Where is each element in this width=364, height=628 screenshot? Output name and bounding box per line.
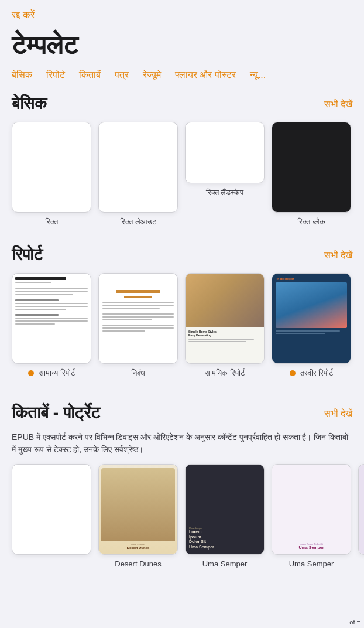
template-samayik-report[interactable]: Simple Home StylesEasy Decorating सामयिक… (185, 273, 265, 378)
hd-line-1 (188, 339, 254, 340)
cancel-button[interactable]: रद्द करें (12, 9, 35, 21)
template-samayik-thumb: Simple Home StylesEasy Decorating (185, 273, 265, 364)
r-line-5 (15, 294, 73, 295)
corner-text: of = (346, 616, 364, 628)
template-photo-report[interactable]: Photo Report तस्वीर रिपोर्ट (272, 273, 351, 378)
template-blank-black[interactable]: रिक्त ब्लैक (272, 122, 351, 227)
basic-section-title: बेसिक (12, 94, 47, 114)
template-uma-dark[interactable]: Uma Semper LoremIpsumDolor SitUma Semper… (185, 464, 265, 568)
report-see-all[interactable]: सभी देखें (324, 250, 352, 261)
basic-section-header: बेसिक सभी देखें (12, 94, 352, 114)
template-simple-report-label: सामान्य रिपोर्ट (39, 368, 75, 378)
template-partial[interactable]: Me of a... (358, 464, 364, 568)
template-desert-dunes[interactable]: Uma Semper Desert Dunes Desert Dunes (98, 464, 178, 568)
template-uma-dark-thumb: Uma Semper LoremIpsumDolor SitUma Semper (185, 464, 265, 555)
template-blank[interactable]: रिक्त (12, 122, 91, 227)
e-line-8 (102, 327, 174, 329)
template-photo-report-label: तस्वीर रिपोर्ट (300, 368, 334, 378)
template-essay-label: निबंध (131, 368, 145, 378)
report-section-header: रिपोर्ट सभी देखें (12, 245, 352, 265)
home-deco-image (186, 274, 264, 327)
r-line-8 (15, 306, 88, 307)
r-line-3 (15, 288, 88, 289)
basic-templates-row: रिक्त रिक्त लेआउट रिक्त लैंडस्केप रिक्त … (12, 122, 352, 227)
uma-pink-title: Uma Semper (299, 545, 324, 550)
template-uma-pink-label: Uma Semper (289, 559, 334, 568)
r-line-6 (15, 299, 59, 301)
nav-item-flyer[interactable]: फ्लायर और पोस्टर (175, 70, 236, 80)
template-blank-layout-thumb (98, 122, 178, 213)
template-simple-report[interactable]: सामान्य रिपोर्ट (12, 273, 91, 378)
dot-indicator-photo (290, 370, 296, 376)
template-essay-thumb (98, 273, 178, 364)
essay-title-bar (116, 290, 159, 293)
books-section-header: किताबें - पोर्ट्रेट सभी देखें (12, 404, 352, 423)
r-line-11 (15, 318, 88, 319)
essay-subtitle-bar (124, 296, 153, 298)
template-desert-dunes-thumb: Uma Semper Desert Dunes (98, 464, 178, 555)
photo-report-content: Photo Report (272, 274, 351, 363)
books-see-all[interactable]: सभी देखें (324, 408, 352, 419)
e-line-5 (102, 316, 174, 318)
report-thumb-content (12, 274, 91, 363)
template-uma-pink-thumb: Lorem Ipsum Dolor Sit Uma Semper (272, 464, 351, 555)
r-line-12 (15, 320, 88, 322)
e-line-6 (102, 319, 152, 320)
template-desert-dunes-label: Desert Dunes (115, 559, 161, 568)
dot-indicator-simple (28, 370, 34, 376)
nav-item-basic[interactable]: बेसिक (12, 70, 32, 80)
r-line-9 (15, 309, 66, 310)
report-section-title: रिपोर्ट (12, 245, 43, 265)
template-blank-layout-label: रिक्त लेआउट (120, 217, 156, 227)
basic-see-all[interactable]: सभी देखें (324, 99, 352, 110)
template-uma-pink[interactable]: Lorem Ipsum Dolor Sit Uma Semper Uma Sem… (272, 464, 351, 568)
nav-item-resume[interactable]: रेज्यूमे (143, 70, 161, 80)
dd-title: Desert Dunes (127, 546, 150, 550)
template-partial-thumb (358, 464, 364, 555)
r-line-2 (15, 282, 51, 283)
e-line-1 (102, 302, 174, 303)
template-blank-black-label: रिक्त ब्लैक (297, 217, 325, 227)
nav-item-books[interactable]: किताबें (79, 70, 101, 80)
photo-report-title-text: Photo Report (276, 277, 347, 281)
e-line-7 (102, 325, 174, 326)
e-line-3 (102, 308, 160, 309)
page-title: टेम्पलेट (0, 26, 364, 70)
r-line-4 (15, 291, 88, 292)
nav-item-report[interactable]: रिपोर्ट (46, 70, 65, 80)
books-description: EPUB में एक्सपोर्ट करने पर विभिन्न डिवाइ… (12, 431, 352, 456)
uma-dark-title: LoremIpsumDolor SitUma Semper (189, 530, 214, 550)
desert-dunes-content: Uma Semper Desert Dunes (99, 465, 177, 554)
r-line-13 (15, 323, 55, 325)
home-deco-content: Simple Home StylesEasy Decorating (186, 274, 264, 363)
simple-report-label-wrap: सामान्य रिपोर्ट (28, 368, 75, 378)
template-photo-report-thumb: Photo Report (272, 273, 351, 364)
report-section: रिपोर्ट सभी देखें (0, 241, 364, 385)
template-samayik-label: सामयिक रिपोर्ट (205, 368, 245, 378)
hd-line-2 (188, 341, 246, 342)
essay-content (99, 274, 177, 363)
template-uma-dark-label: Uma Semper (202, 559, 248, 568)
template-blank-thumb (12, 122, 91, 213)
e-line-4 (102, 313, 174, 315)
template-blank-layout[interactable]: रिक्त लेआउट (98, 122, 178, 227)
top-bar: रद्द करें (0, 0, 364, 26)
uma-dark-content: Uma Semper LoremIpsumDolor SitUma Semper (186, 465, 264, 554)
template-essay[interactable]: निबंध (98, 273, 178, 378)
nav-item-more[interactable]: न्यू... (250, 70, 266, 80)
template-blank-label: रिक्त (45, 217, 58, 227)
books-section: किताबें - पोर्ट्रेट सभी देखें EPUB में ए… (0, 399, 364, 575)
r-line-7 (15, 303, 88, 304)
books-templates-row: Uma Semper Desert Dunes Desert Dunes Uma… (12, 464, 352, 568)
e-line-2 (102, 305, 174, 306)
template-blank-landscape[interactable]: रिक्त लैंडस्केप (185, 122, 265, 227)
template-blank-landscape-thumb (185, 122, 265, 183)
template-blank-black-thumb (272, 122, 351, 213)
pr-line-1 (276, 330, 340, 332)
nav-item-letter[interactable]: पत्र (115, 70, 129, 80)
r-line-1 (15, 277, 66, 280)
photo-report-label-wrap: तस्वीर रिपोर्ट (290, 368, 334, 378)
basic-section: बेसिक सभी देखें रिक्त रिक्त लेआउट रिक्त … (0, 90, 364, 234)
template-book-blank[interactable] (12, 464, 91, 568)
template-blank-landscape-label: रिक्त लैंडस्केप (206, 188, 244, 197)
